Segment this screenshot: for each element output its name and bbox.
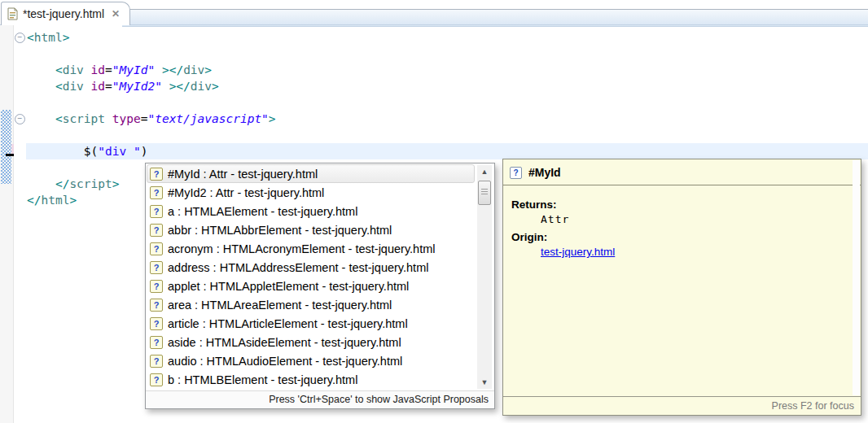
doc-scrollbar-track[interactable] [853,160,860,395]
code-token: > [269,112,276,125]
completion-item-label: #MyId : Attr - test-jquery.html [168,168,318,181]
returns-label: Returns: [511,198,851,211]
code-token: div [183,63,204,76]
code-token [27,145,84,158]
annotation-ruler [0,25,14,423]
close-icon[interactable]: ✕ [112,8,120,20]
content-assist-popup: ?#MyId : Attr - test-jquery.html?#MyId2 … [145,163,495,409]
code-line[interactable]: <html> [26,29,868,46]
completion-item[interactable]: ?address : HTMLAddressElement - test-jqu… [147,258,475,277]
completion-item-label: aside : HTMLAsideElement - test-jquery.h… [168,336,401,349]
doc-header: ? #MyId [503,159,861,185]
question-icon: ? [150,168,163,181]
completion-item[interactable]: ?#MyId2 : Attr - test-jquery.html [147,183,475,202]
completion-item-label: area : HTMLAreaElement - test-jquery.htm… [168,299,392,312]
code-token [27,63,55,76]
code-token: div [191,80,212,93]
code-token: < [55,112,63,125]
code-token: ></ [162,63,183,76]
editor-tab-bar: *test-jquery.html ✕ [0,0,868,25]
completion-item[interactable]: ?aside : HTMLAsideElement - test-jquery.… [147,333,475,351]
scrollbar-thumb[interactable] [478,181,491,205]
code-token: script [69,177,112,190]
fold-collapse-icon[interactable]: − [15,114,25,124]
code-token [84,63,91,76]
completion-item[interactable]: ?audio : HTMLAudioElement - test-jquery.… [147,351,475,370]
code-line[interactable] [26,127,868,143]
completion-item[interactable]: ?acronym : HTMLAcronymElement - test-jqu… [147,239,475,258]
completion-item-label: acronym : HTMLAcronymElement - test-jque… [168,242,435,255]
completion-item-label: abbr : HTMLAbbrElement - test-jquery.htm… [168,224,392,237]
question-icon: ? [150,205,163,218]
code-token: "MyId2" [112,80,162,93]
completion-item-label: b : HTMLBElement - test-jquery.html [168,373,357,386]
code-token: id [91,63,105,76]
eclipse-editor-window: *test-jquery.html ✕ −− <html> <div id="M… [0,0,868,423]
code-token: id [91,80,105,93]
question-icon: ? [150,336,163,349]
question-icon: ? [150,224,163,237]
question-icon: ? [150,355,163,368]
code-token: = [105,80,112,93]
code-line[interactable]: $("div ") [26,143,868,159]
code-token [27,112,55,125]
fold-collapse-icon[interactable]: − [15,33,25,43]
code-token [27,80,55,93]
scroll-up-icon[interactable]: ▲ [477,165,492,178]
completion-item[interactable]: ?abbr : HTMLAbbrElement - test-jquery.ht… [147,220,475,239]
code-token: < [55,63,63,76]
doc-footer-hint: Press F2 for focus [503,396,861,415]
doc-body: Returns: Attr Origin: test-jquery.html [503,185,861,258]
completion-item-label: audio : HTMLAudioElement - test-jquery.h… [168,355,402,368]
code-line[interactable]: <div id="MyId" ></div> [26,62,868,78]
code-token: div [63,80,84,93]
completion-list: ?#MyId : Attr - test-jquery.html?#MyId2 … [147,164,475,390]
documentation-popup: ? #MyId Returns: Attr Origin: test-jquer… [502,159,861,416]
folding-ruler: −− [14,25,26,423]
completion-item-label: #MyId2 : Attr - test-jquery.html [168,186,324,199]
code-token: < [27,31,34,44]
code-token [155,63,162,76]
question-icon: ? [510,167,522,179]
code-token: type [112,112,141,125]
code-line[interactable]: <script type="text/javascript"> [26,111,868,127]
scroll-down-icon[interactable]: ▼ [477,376,492,389]
completion-item[interactable]: ?article : HTMLArticleElement - test-jqu… [147,314,475,333]
code-token: > [212,80,219,93]
completion-item[interactable]: ?b : HTMLBElement - test-jquery.html [147,370,475,389]
question-icon: ? [150,280,163,293]
code-token [162,80,169,93]
code-token: </ [55,177,69,190]
code-token [27,177,55,190]
code-token: > [69,194,77,207]
completion-item[interactable]: ?area : HTMLAreaElement - test-jquery.ht… [147,295,475,314]
code-token: </ [27,194,41,207]
code-token: "text/javascript" [147,112,268,125]
completion-item-label: applet : HTMLAppletElement - test-jquery… [168,280,409,293]
origin-link[interactable]: test-jquery.html [541,246,615,258]
code-token: = [105,63,112,76]
completion-scrollbar[interactable]: ▲ ▼ [477,165,492,389]
code-token: "div " [98,145,140,158]
completion-item-label: article : HTMLArticleElement - test-jque… [168,317,408,330]
code-token: script [63,112,105,125]
code-token: div [63,63,84,76]
tab-test-jquery-html[interactable]: *test-jquery.html ✕ [1,2,130,25]
code-token: > [204,63,212,76]
code-token: $( [84,145,98,158]
tab-title: *test-jquery.html [23,7,104,20]
code-token: html [34,31,63,44]
code-line[interactable]: <div id="MyId2" ></div> [26,78,868,94]
question-icon: ? [150,261,163,274]
completion-item[interactable]: ?#MyId : Attr - test-jquery.html [147,164,475,183]
code-token: "MyId" [112,63,155,76]
code-token [105,112,112,125]
completion-item[interactable]: ?a : HTMLAElement - test-jquery.html [147,202,475,220]
completion-item-label: address : HTMLAddressElement - test-jque… [168,261,428,274]
quickdiff-added-annotation [1,110,11,184]
completion-item[interactable]: ?applet : HTMLAppletElement - test-jquer… [147,277,475,295]
code-line[interactable] [26,46,868,62]
code-token: < [55,80,63,93]
code-line[interactable] [26,94,868,111]
code-token: html [41,194,69,207]
